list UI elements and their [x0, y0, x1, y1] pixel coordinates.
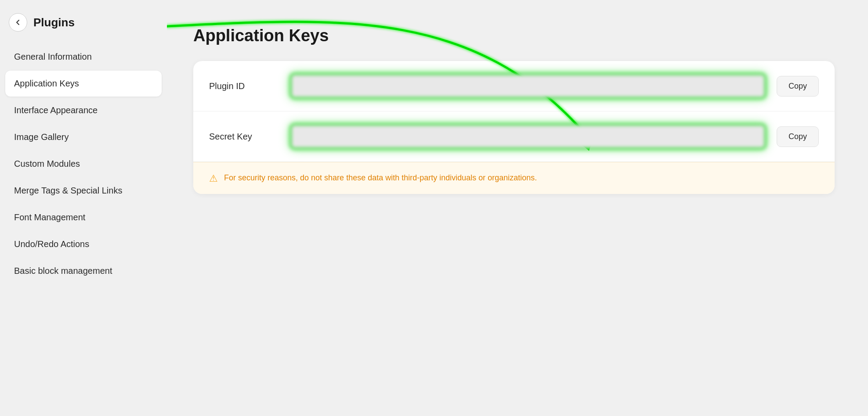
plugin-id-label: Plugin ID: [209, 81, 279, 91]
warning-banner: ⚠ For security reasons, do not share the…: [193, 162, 835, 194]
plugin-id-value: [290, 73, 766, 99]
sidebar-item-general-information[interactable]: General Information: [5, 44, 162, 70]
sidebar-item-image-gallery[interactable]: Image Gallery: [5, 124, 162, 150]
copy-plugin-id-button[interactable]: Copy: [777, 76, 819, 97]
sidebar-item-font-management[interactable]: Font Management: [5, 204, 162, 230]
sidebar-item-basic-block[interactable]: Basic block management: [5, 258, 162, 284]
warning-text: For security reasons, do not share these…: [224, 172, 537, 184]
sidebar-header: Plugins: [0, 0, 167, 44]
plugin-id-row: Plugin ID Copy: [193, 61, 835, 111]
sidebar-item-merge-tags[interactable]: Merge Tags & Special Links: [5, 178, 162, 204]
secret-key-value: [290, 124, 766, 149]
secret-key-row: Secret Key Copy: [193, 111, 835, 162]
main-content: Application Keys Plugin ID Copy Secret K…: [167, 0, 868, 416]
sidebar-item-interface-appearance[interactable]: Interface Appearance: [5, 97, 162, 123]
page-title: Application Keys: [193, 26, 842, 45]
sidebar-nav: General InformationApplication KeysInter…: [0, 44, 167, 284]
keys-card: Plugin ID Copy Secret Key Copy ⚠ For sec…: [193, 61, 835, 194]
warning-icon: ⚠: [209, 173, 218, 184]
back-button[interactable]: [9, 13, 27, 32]
secret-key-label: Secret Key: [209, 132, 279, 142]
plugin-id-value-container: [290, 73, 766, 99]
sidebar-item-application-keys[interactable]: Application Keys: [5, 71, 162, 97]
sidebar-item-custom-modules[interactable]: Custom Modules: [5, 151, 162, 177]
sidebar-title: Plugins: [33, 16, 75, 29]
copy-secret-key-button[interactable]: Copy: [777, 126, 819, 147]
secret-key-value-container: [290, 124, 766, 149]
sidebar-item-undo-redo[interactable]: Undo/Redo Actions: [5, 231, 162, 257]
sidebar: Plugins General InformationApplication K…: [0, 0, 167, 416]
